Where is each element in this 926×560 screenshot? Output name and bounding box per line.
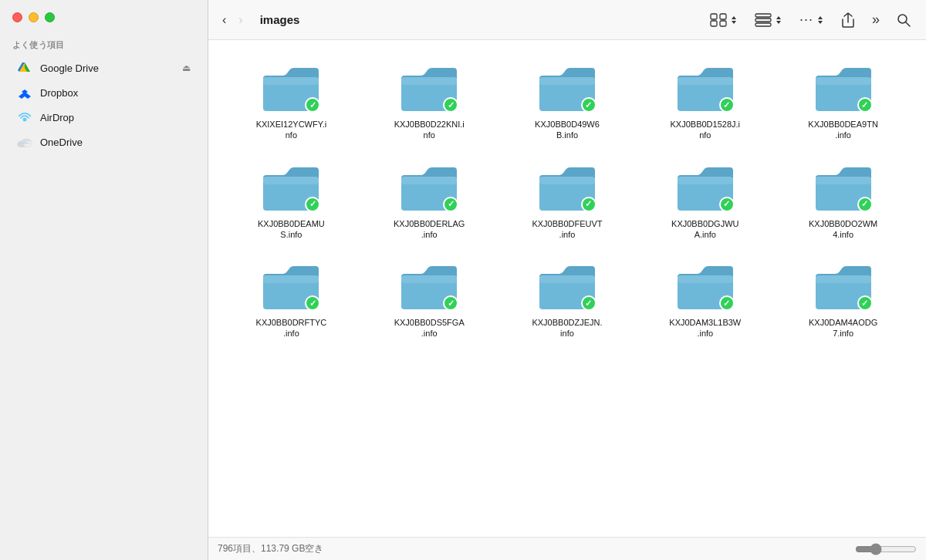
file-label: KXJ0BB0D49W6B.info — [535, 119, 600, 141]
minimize-button[interactable] — [29, 12, 39, 22]
folder-icon-wrap — [536, 62, 598, 114]
svg-rect-27 — [263, 177, 319, 184]
zoom-range[interactable] — [855, 543, 917, 555]
svg-rect-13 — [755, 23, 771, 26]
folder-icon-wrap — [260, 161, 322, 214]
dropbox-label: Dropbox — [40, 87, 78, 99]
sync-badge — [719, 295, 735, 311]
file-item[interactable]: KXJ0DAM3L1B3W.info — [637, 254, 772, 346]
google-drive-icon — [17, 60, 32, 76]
svg-rect-25 — [816, 77, 871, 85]
svg-rect-41 — [539, 275, 595, 283]
more-chevron-button[interactable]: » — [866, 8, 886, 31]
sync-badge — [857, 295, 873, 311]
folder-icon-wrap — [536, 161, 598, 214]
sidebar-item-dropbox[interactable]: Dropbox — [5, 81, 203, 104]
file-label: KXJ0BB0DO2WM4.info — [809, 218, 877, 241]
eject-icon[interactable]: ⏏ — [182, 62, 191, 73]
svg-rect-29 — [401, 177, 457, 184]
share-button[interactable] — [835, 9, 861, 31]
file-grid-container: KXIXEI12YCWFY.info KXJ0BB0D22KNI.info KX… — [208, 40, 926, 537]
file-item[interactable]: KXJ0BB0D1528J.info — [637, 56, 772, 147]
folder-icon-wrap — [674, 260, 736, 312]
toolbar-nav: ‹ › — [218, 10, 248, 30]
onedrive-icon — [17, 134, 32, 150]
sidebar-item-airdrop[interactable]: AirDrop — [5, 106, 203, 129]
sidebar-section-label: よく使う項目 — [0, 30, 208, 56]
onedrive-label: OneDrive — [40, 137, 83, 148]
file-label: KXJ0BB0D1528J.info — [671, 119, 741, 141]
status-text: 796項目、113.79 GB空き — [218, 542, 323, 555]
view-list-button[interactable] — [749, 10, 789, 30]
page-title: images — [260, 13, 300, 26]
sync-badge — [857, 97, 873, 113]
zoom-slider[interactable] — [855, 543, 917, 555]
file-label: KXJ0BB0DGJWUA.info — [671, 218, 738, 241]
file-label: KXJ0BB0DERLAG.info — [394, 218, 465, 241]
back-button[interactable]: ‹ — [218, 10, 231, 30]
file-item[interactable]: KXJ0BB0DZJEJN.info — [500, 254, 635, 346]
file-item[interactable]: KXJ0BB0DO2WM4.info — [776, 155, 911, 247]
sync-badge — [305, 197, 320, 212]
view-icons-button[interactable] — [704, 10, 744, 30]
file-grid: KXIXEI12YCWFY.info KXJ0BB0D22KNI.info KX… — [216, 56, 918, 346]
file-label: KXJ0BB0DS5FGA.info — [394, 317, 465, 339]
sync-badge — [719, 197, 735, 212]
folder-icon-wrap — [536, 260, 598, 312]
file-item[interactable]: KXJ0BB0DRFTYC.info — [224, 254, 359, 346]
svg-point-3 — [23, 118, 27, 122]
svg-rect-17 — [263, 77, 319, 85]
file-label: KXIXEI12YCWFY.info — [256, 119, 327, 141]
file-item[interactable]: KXJ0BB0DEAMUS.info — [224, 155, 359, 247]
svg-rect-10 — [720, 21, 726, 26]
folder-icon-wrap — [260, 62, 322, 114]
file-label: KXJ0BB0D22KNI.info — [394, 119, 465, 141]
sync-badge — [581, 97, 596, 113]
file-label: KXJ0DAM3L1B3W.info — [669, 317, 741, 339]
file-item[interactable]: KXJ0BB0DERLAG.info — [362, 155, 497, 247]
status-bar: 796項目、113.79 GB空き — [208, 537, 926, 560]
svg-rect-21 — [539, 77, 595, 85]
svg-rect-31 — [539, 177, 595, 184]
folder-icon-wrap — [813, 62, 874, 114]
file-label: KXJ0DAM4AODG7.info — [809, 317, 877, 339]
file-item[interactable]: KXJ0BB0D22KNI.info — [362, 56, 497, 147]
svg-rect-43 — [678, 275, 733, 283]
svg-rect-8 — [720, 14, 726, 19]
file-label: KXJ0BB0DFEUVT.info — [532, 218, 602, 241]
google-drive-label: Google Drive — [40, 62, 99, 74]
sidebar-item-google-drive[interactable]: Google Drive ⏏ — [5, 56, 203, 79]
svg-rect-35 — [816, 177, 871, 184]
forward-button[interactable]: › — [234, 10, 247, 30]
file-item[interactable]: KXJ0DAM4AODG7.info — [776, 254, 911, 346]
file-item[interactable]: KXIXEI12YCWFY.info — [224, 56, 359, 147]
file-label: KXJ0BB0DZJEJN.info — [532, 317, 602, 339]
file-label: KXJ0BB0DRFTYC.info — [256, 317, 327, 339]
sync-badge — [719, 97, 735, 113]
file-item[interactable]: KXJ0BB0DFEUVT.info — [500, 155, 635, 247]
traffic-lights — [0, 0, 208, 30]
folder-icon-wrap — [674, 161, 736, 214]
sync-badge — [857, 197, 873, 212]
folder-icon-wrap — [813, 161, 874, 214]
sync-badge — [581, 197, 596, 212]
search-button[interactable] — [891, 10, 917, 30]
file-label: KXJ0BB0DEA9TN.info — [808, 119, 877, 141]
toolbar: ‹ › images — [208, 0, 926, 40]
sidebar-item-onedrive[interactable]: OneDrive — [5, 130, 203, 153]
svg-rect-33 — [678, 177, 733, 184]
file-item[interactable]: KXJ0BB0DEA9TN.info — [776, 56, 911, 147]
toolbar-right: ··· » — [704, 8, 917, 31]
file-item[interactable]: KXJ0BB0DS5FGA.info — [362, 254, 497, 346]
close-button[interactable] — [12, 12, 22, 22]
svg-rect-9 — [711, 21, 717, 26]
sync-badge — [443, 197, 458, 212]
sidebar: よく使う項目 Google Drive ⏏ Dropbox A — [0, 0, 208, 560]
file-item[interactable]: KXJ0BB0DGJWUA.info — [637, 155, 772, 247]
svg-rect-45 — [816, 275, 871, 283]
more-options-button[interactable]: ··· — [793, 8, 830, 31]
folder-icon-wrap — [813, 260, 874, 312]
zoom-button[interactable] — [45, 12, 55, 22]
folder-icon-wrap — [398, 161, 460, 214]
file-item[interactable]: KXJ0BB0D49W6B.info — [500, 56, 635, 147]
